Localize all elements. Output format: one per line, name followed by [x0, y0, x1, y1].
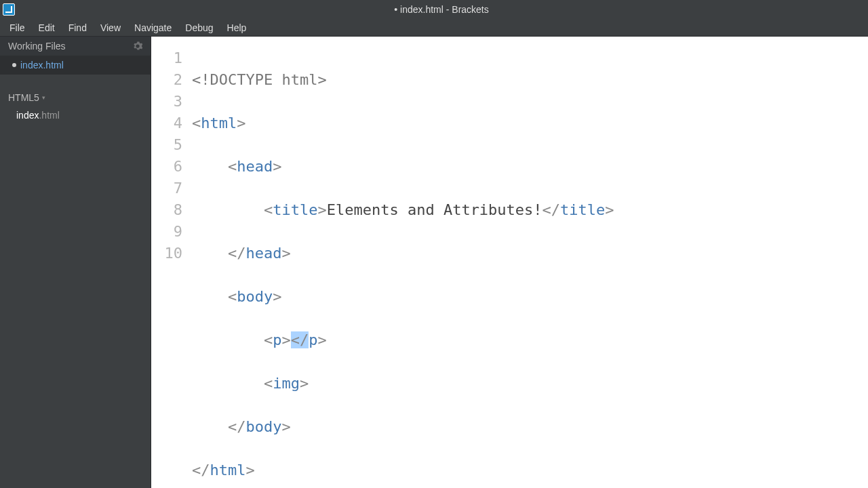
project-dropdown[interactable]: HTML5 ▾: [0, 88, 151, 107]
code-line: <p></p>: [192, 329, 868, 351]
line-number: 3: [151, 91, 182, 113]
line-number: 5: [151, 134, 182, 156]
sidebar: Working Files index.html HTML5 ▾ index.h…: [0, 37, 151, 488]
app-icon: [3, 3, 15, 16]
line-number: 10: [151, 243, 182, 264]
title-filename: index.html: [400, 4, 443, 15]
code-line: <title>Elements and Attributes!</title>: [192, 199, 868, 221]
line-number: 1: [151, 47, 182, 69]
code-editor[interactable]: 1 2 3 4 5 6 7 8 9 10 <!DOCTYPE html> <ht…: [151, 37, 868, 488]
code-line: <img>: [192, 373, 868, 394]
code-line: <head>: [192, 156, 868, 178]
file-basename: index: [16, 110, 39, 121]
line-number: 2: [151, 69, 182, 91]
main-area: Working Files index.html HTML5 ▾ index.h…: [0, 37, 868, 488]
code-line: </body>: [192, 416, 868, 438]
code-content[interactable]: <!DOCTYPE html> <html> <head> <title>Ele…: [192, 37, 868, 488]
code-line: <body>: [192, 286, 868, 308]
code-line: </html>: [192, 460, 868, 481]
code-line: </head>: [192, 243, 868, 264]
menu-edit[interactable]: Edit: [32, 20, 62, 35]
menu-debug[interactable]: Debug: [178, 20, 220, 35]
file-tree-item[interactable]: index.html: [0, 107, 151, 123]
menu-navigate[interactable]: Navigate: [127, 20, 178, 35]
line-number: 9: [151, 221, 182, 243]
menu-bar: File Edit Find View Navigate Debug Help: [0, 19, 868, 37]
menu-help[interactable]: Help: [220, 20, 254, 35]
file-extension: .html: [39, 110, 59, 121]
line-number: 4: [151, 113, 182, 134]
chevron-down-icon: ▾: [42, 94, 45, 101]
menu-file[interactable]: File: [3, 20, 32, 35]
working-file-name: index.html: [20, 60, 64, 70]
menu-view[interactable]: View: [94, 20, 127, 35]
line-number-gutter: 1 2 3 4 5 6 7 8 9 10: [151, 37, 189, 488]
working-files-label: Working Files: [8, 41, 66, 52]
code-line: <!DOCTYPE html>: [192, 69, 868, 91]
dirty-marker: •: [394, 4, 397, 15]
line-number: 6: [151, 156, 182, 178]
menu-find[interactable]: Find: [62, 20, 94, 35]
line-number: 8: [151, 199, 182, 221]
window-title: • index.html - Brackets: [15, 4, 868, 15]
project-name: HTML5: [8, 92, 39, 103]
title-appname: Brackets: [452, 4, 488, 15]
code-line: <html>: [192, 113, 868, 134]
window-titlebar: • index.html - Brackets: [0, 0, 868, 19]
working-file-item[interactable]: index.html: [0, 56, 151, 75]
working-files-header[interactable]: Working Files: [0, 37, 151, 56]
line-number: 7: [151, 178, 182, 199]
dirty-dot-icon: [12, 63, 16, 67]
gear-icon[interactable]: [133, 41, 142, 51]
